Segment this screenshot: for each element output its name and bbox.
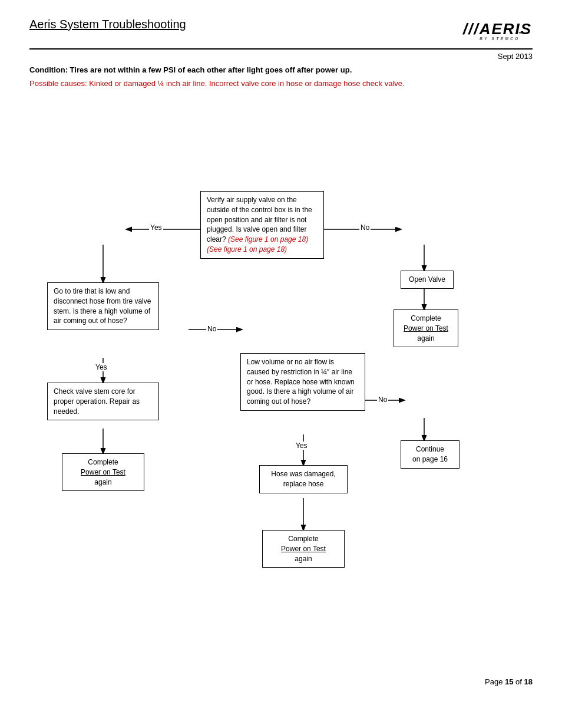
yes-label-low: Yes [295,442,309,450]
svg-text:BY STEMCO: BY STEMCO [480,37,520,41]
footer-text: Page [485,677,505,686]
continue-page-box: Continueon page 16 [401,440,459,469]
yes-label-start: Yes [149,223,163,232]
low-volume-text: Low volume or no air flow is caused by r… [247,358,355,406]
possible-causes: Possible causes: Kinked or damaged ¼ inc… [29,79,533,88]
complete-power3-text: CompletePower on Testagain [281,535,326,563]
start-box: Verify air supply valve on the outside o… [200,191,324,259]
complete-power3-box: CompletePower on Testagain [262,530,345,568]
page-footer: Page 15 of 18 [29,677,533,686]
check-valve-text: Check valve stem core for proper operati… [54,387,140,416]
no-label-low: No [377,396,388,404]
go-to-tire-box: Go to tire that is low and disconnect ho… [47,282,159,330]
low-volume-box: Low volume or no air flow is caused by r… [240,353,365,411]
condition-line: Condition: Tires are not within a few PS… [29,65,533,74]
logo-main: ///AERIS ™ BY STEMCO [462,29,533,44]
no-label-tire: No [206,325,217,333]
page-number: 15 [505,677,513,686]
hose-damaged-text: Hose was damaged,replace hose [271,470,335,488]
open-valve-text: Open Valve [409,275,445,284]
complete-power2-text: CompletePower on Testagain [81,458,125,486]
date-line: Sept 2013 [29,52,533,61]
svg-text:™: ™ [518,31,524,37]
no-label-start: No [359,223,371,232]
total-pages: 18 [524,677,533,686]
yes-label-tire: Yes [94,363,108,371]
logo-area: ///AERIS ™ BY STEMCO [462,18,533,45]
complete-power1-text: CompletePower on Testagain [404,314,448,342]
complete-power2-box: CompletePower on Testagain [62,453,144,491]
start-red: (See figure 1 on page 18) [207,245,287,253]
go-to-tire-text: Go to tire that is low and disconnect ho… [54,287,151,325]
hose-damaged-box: Hose was damaged,replace hose [259,465,348,493]
check-valve-box: Check valve stem core for proper operati… [47,383,159,420]
header-section: Aeris System Troubleshooting ///AERIS ™ … [29,18,533,50]
footer-of: of [513,677,524,686]
page-title: Aeris System Troubleshooting [29,18,186,31]
continue-page-text: Continueon page 16 [412,445,448,463]
start-text: Verify air supply valve on the outside o… [207,196,312,243]
open-valve-box: Open Valve [401,271,454,289]
complete-power1-box: CompletePower on Testagain [394,309,458,347]
flowchart: Verify air supply valve on the outside o… [29,100,536,660]
